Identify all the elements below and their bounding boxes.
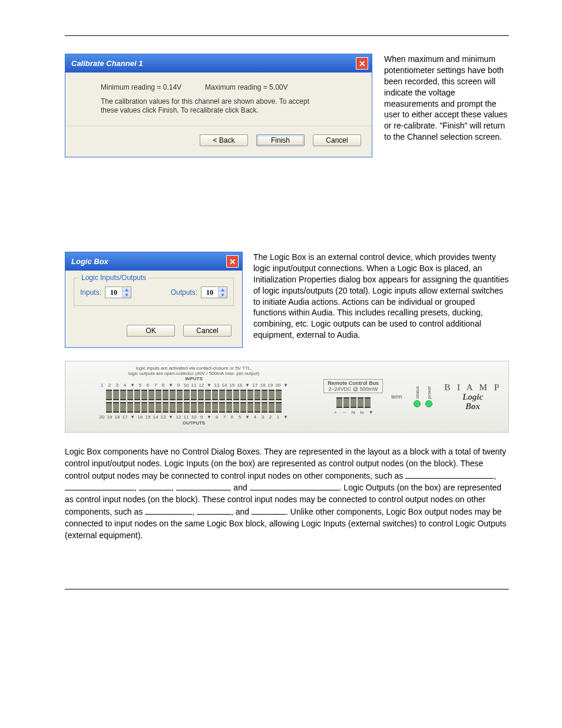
outputs-value[interactable] xyxy=(201,288,218,297)
pin-number: 9 xyxy=(176,383,182,388)
ground-icon: ▼ xyxy=(368,410,374,415)
pin-number: 3 xyxy=(260,414,266,420)
pin-number: 2 xyxy=(107,383,113,388)
remote-bus-spec: 2–24VDC @ 500mW xyxy=(329,386,378,392)
ground-icon: ▼ xyxy=(206,383,213,388)
hardware-note: logic inputs are activated via contact-c… xyxy=(72,366,315,381)
pin-number: 12 xyxy=(176,414,182,420)
terminal-icon xyxy=(269,402,275,413)
down-arrow-icon[interactable]: ▼ xyxy=(123,292,131,298)
calibrate-titlebar: Calibrate Channel 1 ✕ xyxy=(65,54,372,73)
pin-number: 17 xyxy=(252,383,259,388)
hardware-top-numbers: 1234▼5678▼9101112▼13141516▼17181920▼ xyxy=(72,383,315,388)
outputs-stepper[interactable]: ▲ ▼ xyxy=(201,286,227,298)
pin-number: 15 xyxy=(145,414,151,420)
pin-number: 14 xyxy=(222,383,228,388)
hardware-note-2: logic outputs are open-collector (40V / … xyxy=(128,371,259,376)
hardware-brand: B I A M P Logic Box xyxy=(444,383,501,411)
blank-link[interactable] xyxy=(252,506,286,514)
close-icon[interactable]: ✕ xyxy=(356,57,368,70)
pin-number: 18 xyxy=(260,383,266,388)
pin-number: 10 xyxy=(183,383,190,388)
hardware-bottom-numbers: 20191817▼16151413▼1211109▼8765▼4321▼ xyxy=(72,414,315,420)
terminal-icon xyxy=(170,390,176,400)
calibrate-side-text: When maximum and minimum potentiometer s… xyxy=(384,54,509,143)
remote-bus-pins: +−hilo▼ xyxy=(323,410,383,415)
close-icon[interactable]: ✕ xyxy=(226,255,239,268)
terminal-icon xyxy=(134,390,140,400)
terminal-icon xyxy=(191,402,197,413)
terminal-icon xyxy=(106,402,112,413)
pin-number: − xyxy=(341,410,348,415)
pin-number: 6 xyxy=(229,414,236,420)
terminal-icon xyxy=(226,390,232,400)
ok-button[interactable]: OK xyxy=(127,325,175,337)
remote-bus-title: Remote Control Bus xyxy=(328,380,379,386)
terminal-icon xyxy=(106,390,112,400)
terminal-icon xyxy=(276,390,282,400)
terminal-icon xyxy=(148,402,154,413)
terminal-icon xyxy=(120,402,126,413)
terminal-icon xyxy=(254,390,260,400)
inputs-value[interactable] xyxy=(105,288,122,297)
page: Calibrate Channel 1 ✕ Minimum reading = … xyxy=(0,0,562,728)
finish-button[interactable]: Finish xyxy=(256,134,305,146)
pin-number: 16 xyxy=(137,414,144,420)
terminal-icon xyxy=(198,402,204,413)
terminal-icon xyxy=(219,402,225,413)
down-arrow-icon[interactable]: ▼ xyxy=(219,292,227,298)
up-arrow-icon[interactable]: ▲ xyxy=(123,287,131,292)
terminal-icon xyxy=(212,402,218,413)
calibrate-dialog: Calibrate Channel 1 ✕ Minimum reading = … xyxy=(65,54,372,157)
hardware-remote-bus: Remote Control Bus 2–24VDC @ 500mW +−hil… xyxy=(323,379,383,415)
logic-io-group-label: Logic Inputs/Outputs xyxy=(79,274,148,282)
blank-link[interactable] xyxy=(139,482,171,490)
blank-link[interactable] xyxy=(405,470,494,478)
pin-number: 1 xyxy=(99,383,105,388)
status-led-icon xyxy=(414,400,421,407)
back-button[interactable]: < Back xyxy=(200,134,248,146)
terminal-icon xyxy=(127,390,133,400)
terminal-icon xyxy=(113,402,119,413)
blank-link[interactable] xyxy=(176,482,229,490)
status-led-label: status xyxy=(415,386,420,398)
blank-link[interactable] xyxy=(145,506,192,514)
terminal-icon xyxy=(269,390,275,400)
logicbox-section: Logic Box ✕ Logic Inputs/Outputs Inputs:… xyxy=(65,252,509,348)
up-arrow-icon[interactable]: ▲ xyxy=(219,287,227,292)
pin-number: 9 xyxy=(199,414,205,420)
pin-number: 19 xyxy=(267,383,274,388)
product-name-1: Logic xyxy=(444,393,501,402)
ground-icon: ▼ xyxy=(244,383,251,388)
inputs-column: Inputs: ▲ ▼ xyxy=(80,286,131,298)
logicbox-body: Logic Inputs/Outputs Inputs: ▲ ▼ xyxy=(65,271,242,317)
blank-link[interactable] xyxy=(65,482,134,490)
term-label: term xyxy=(391,394,402,400)
terminal-icon xyxy=(358,397,363,408)
calibrate-buttons: < Back Finish Cancel xyxy=(65,126,372,157)
terminal-icon xyxy=(247,390,253,400)
pin-number: 8 xyxy=(160,383,167,388)
ground-icon: ▼ xyxy=(168,414,174,420)
pin-number: + xyxy=(332,410,339,415)
terminal-icon xyxy=(170,402,176,413)
logicbox-paragraph: The Logic Box is an external control dev… xyxy=(253,252,509,341)
cancel-button[interactable]: Cancel xyxy=(313,134,361,146)
terminal-icon xyxy=(343,397,349,408)
terminal-icon xyxy=(219,390,225,400)
terminal-icon xyxy=(226,402,232,413)
blank-link[interactable] xyxy=(250,482,339,490)
terminal-icon xyxy=(177,390,183,400)
blank-link[interactable] xyxy=(197,506,231,514)
inputs-stepper[interactable]: ▲ ▼ xyxy=(105,286,131,298)
logicbox-title: Logic Box xyxy=(71,257,108,266)
ground-icon: ▼ xyxy=(206,414,213,420)
terminal-icon xyxy=(163,390,168,400)
cancel-button[interactable]: Cancel xyxy=(183,325,232,337)
terminal-icon xyxy=(365,397,371,408)
hardware-top-terminals xyxy=(72,390,315,400)
logicbox-dialog: Logic Box ✕ Logic Inputs/Outputs Inputs:… xyxy=(65,252,243,348)
ground-icon: ▼ xyxy=(283,383,289,388)
hardware-leds: status power xyxy=(410,386,436,407)
calibrate-section: Calibrate Channel 1 ✕ Minimum reading = … xyxy=(65,54,509,157)
